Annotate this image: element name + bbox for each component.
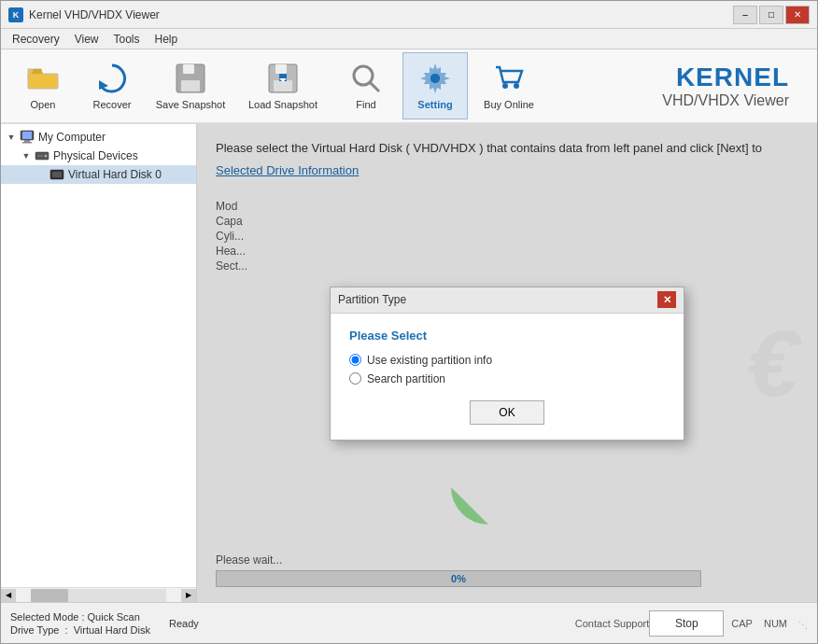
minimize-button[interactable]: – bbox=[733, 6, 757, 24]
setting-icon bbox=[418, 62, 452, 95]
status-right: Stop CAP NUM ⋱ bbox=[649, 610, 808, 637]
status-info: Selected Mode : Quick Scan Drive Type : … bbox=[10, 611, 150, 636]
tree-my-computer[interactable]: ▼ My Computer bbox=[1, 128, 196, 147]
hdd-icon bbox=[35, 148, 49, 163]
expand-vhd bbox=[35, 168, 48, 181]
radio-search-partition-input[interactable] bbox=[349, 372, 361, 385]
tree-physical-devices[interactable]: ▼ Physical Devices bbox=[1, 147, 196, 165]
svg-point-23 bbox=[45, 155, 48, 158]
horizontal-scrollbar[interactable]: ◀ ▶ bbox=[1, 587, 196, 602]
buy-online-button[interactable]: Buy Online bbox=[472, 52, 546, 119]
scroll-right[interactable]: ▶ bbox=[181, 589, 196, 602]
physical-devices-label: Physical Devices bbox=[53, 149, 138, 162]
find-label: Find bbox=[356, 99, 375, 110]
please-select-label: Please Select bbox=[349, 329, 665, 343]
save-snapshot-icon bbox=[174, 62, 207, 95]
radio-search-partition-label[interactable]: Search partition bbox=[367, 372, 445, 385]
brand-area: KERNEL VHD/VHDX Viewer bbox=[662, 63, 808, 109]
dialog-ok-area: OK bbox=[349, 400, 665, 425]
brand-subtitle: VHD/VHDX Viewer bbox=[662, 92, 789, 109]
vhd-label: Virtual Hard Disk 0 bbox=[68, 168, 162, 181]
radio-use-existing-label[interactable]: Use existing partition info bbox=[367, 354, 492, 367]
scroll-left[interactable]: ◀ bbox=[1, 589, 16, 602]
cap-indicator: CAP bbox=[727, 616, 756, 631]
app-icon: K bbox=[8, 7, 23, 22]
main-area: ▼ My Computer ▼ bbox=[1, 124, 817, 602]
svg-point-16 bbox=[502, 83, 508, 89]
title-bar: K Kernel VHD/VHDX Viewer – □ ✕ bbox=[1, 1, 817, 29]
contact-support: Contact Support bbox=[575, 618, 650, 629]
menu-tools[interactable]: Tools bbox=[106, 31, 147, 48]
resize-grip: ⋱ bbox=[795, 617, 808, 630]
svg-point-15 bbox=[430, 74, 440, 83]
right-panel: Please select the Virtual Hard Disk ( VH… bbox=[197, 124, 817, 602]
svg-rect-1 bbox=[28, 74, 58, 89]
save-snapshot-button[interactable]: Save Snapshot bbox=[148, 52, 233, 119]
find-icon bbox=[349, 62, 383, 95]
drive-type-line: Drive Type : Virtual Hard Disk bbox=[10, 624, 150, 636]
menu-bar: Recovery View Tools Help bbox=[1, 29, 817, 49]
toolbar: Open Recover Save Snapshot bbox=[1, 49, 817, 124]
svg-rect-6 bbox=[194, 66, 198, 72]
load-snapshot-icon bbox=[266, 62, 300, 95]
num-indicator: NUM bbox=[760, 616, 791, 631]
drive-type-key: Drive Type bbox=[10, 624, 59, 636]
menu-view[interactable]: View bbox=[67, 31, 106, 48]
dialog-close-button[interactable]: ✕ bbox=[657, 291, 676, 308]
vhd-icon bbox=[49, 167, 64, 182]
svg-rect-19 bbox=[22, 132, 32, 139]
drive-type-sep: : bbox=[62, 624, 70, 636]
radio-use-existing-input[interactable] bbox=[349, 354, 361, 366]
modal-overlay: Partition Type ✕ Please Select Use exist… bbox=[197, 124, 817, 602]
setting-label: Setting bbox=[417, 99, 452, 110]
save-snapshot-label: Save Snapshot bbox=[156, 99, 226, 110]
svg-rect-26 bbox=[52, 172, 62, 177]
selected-mode-val: Quick Scan bbox=[88, 611, 140, 623]
dialog-title-bar: Partition Type ✕ bbox=[331, 287, 684, 314]
svg-rect-21 bbox=[22, 142, 32, 144]
app-title: Kernel VHD/VHDX Viewer bbox=[29, 8, 160, 21]
menu-help[interactable]: Help bbox=[148, 31, 186, 48]
load-snapshot-button[interactable]: Load Snapshot bbox=[236, 52, 330, 119]
dialog-body: Please Select Use existing partition inf… bbox=[331, 314, 684, 440]
open-icon bbox=[26, 62, 60, 95]
menu-recovery[interactable]: Recovery bbox=[5, 31, 67, 48]
open-label: Open bbox=[31, 99, 56, 110]
tree-virtual-hard-disk[interactable]: Virtual Hard Disk 0 bbox=[1, 165, 196, 184]
radio-search-partition[interactable]: Search partition bbox=[349, 372, 665, 385]
maximize-button[interactable]: □ bbox=[759, 6, 783, 24]
status-ready: Ready bbox=[169, 618, 208, 629]
stop-button[interactable]: Stop bbox=[649, 610, 724, 637]
expand-my-computer[interactable]: ▼ bbox=[5, 131, 18, 144]
radio-use-existing[interactable]: Use existing partition info bbox=[349, 354, 665, 367]
svg-point-17 bbox=[514, 83, 519, 89]
recover-button[interactable]: Recover bbox=[79, 52, 145, 119]
svg-rect-9 bbox=[275, 64, 287, 74]
svg-line-13 bbox=[370, 82, 379, 91]
brand-name: KERNEL bbox=[662, 63, 789, 92]
status-bar: Selected Mode : Quick Scan Drive Type : … bbox=[1, 602, 817, 643]
find-button[interactable]: Find bbox=[333, 52, 399, 119]
drive-type-val: Virtual Hard Disk bbox=[74, 624, 150, 636]
computer-icon bbox=[20, 130, 35, 145]
recover-label: Recover bbox=[93, 99, 132, 110]
open-button[interactable]: Open bbox=[10, 52, 76, 119]
left-panel: ▼ My Computer ▼ bbox=[1, 124, 197, 602]
selected-mode-key: Selected Mode : bbox=[10, 611, 85, 623]
scroll-thumb[interactable] bbox=[31, 589, 68, 602]
partition-type-dialog: Partition Type ✕ Please Select Use exist… bbox=[330, 287, 684, 441]
dialog-ok-button[interactable]: OK bbox=[470, 400, 544, 425]
close-button[interactable]: ✕ bbox=[785, 6, 810, 24]
expand-physical-devices[interactable]: ▼ bbox=[20, 149, 33, 162]
file-tree[interactable]: ▼ My Computer ▼ bbox=[1, 124, 196, 587]
window-controls: – □ ✕ bbox=[733, 6, 810, 24]
scroll-track[interactable] bbox=[31, 589, 166, 602]
svg-rect-5 bbox=[183, 64, 194, 74]
buy-online-label: Buy Online bbox=[484, 99, 534, 110]
setting-button[interactable]: Setting bbox=[402, 52, 468, 119]
buy-online-icon bbox=[492, 62, 526, 95]
selected-mode-line: Selected Mode : Quick Scan bbox=[10, 611, 150, 623]
dialog-title: Partition Type bbox=[338, 293, 406, 306]
recover-icon bbox=[95, 62, 129, 95]
svg-rect-4 bbox=[181, 80, 200, 91]
